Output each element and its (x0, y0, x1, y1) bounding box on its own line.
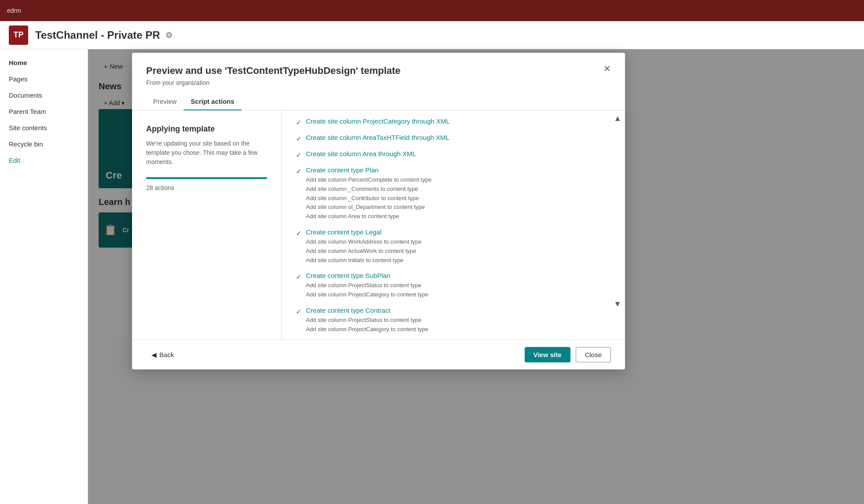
modal-footer: ◀ Back View site Close (132, 340, 625, 369)
main-content: + New News + Add ▾ Cre Learn h 📋 Cr (88, 49, 864, 504)
modal-subtitle: From your organization (146, 79, 611, 86)
applying-title: Applying template (146, 124, 267, 134)
sidebar-item-parent-team[interactable]: Parent Team (0, 103, 88, 120)
script-sub-text-4: Add site column WorkAddress to content t… (306, 237, 422, 265)
script-main-text-5: Create content type SubPlan (306, 272, 428, 279)
modal-header: Preview and use 'TestContentTypeHubDesig… (132, 53, 625, 93)
applying-description: We're updating your site based on the te… (146, 139, 267, 167)
sidebar-item-site-contents[interactable]: Site contents (0, 120, 88, 136)
script-main-text-3: Create content type Plan (306, 166, 431, 174)
check-icon-2: ✓ (296, 151, 301, 159)
check-icon-6: ✓ (296, 307, 301, 316)
top-bar-title: edrm (7, 7, 21, 14)
chevron-left-icon: ◀ (151, 351, 157, 359)
sidebar-item-documents[interactable]: Documents (0, 87, 88, 103)
site-logo: TP (9, 26, 28, 45)
modal-title: Preview and use 'TestContentTypeHubDesig… (146, 65, 611, 77)
site-header: TP TestChannel - Private PR ⚙ (0, 21, 864, 49)
script-item-5: ✓ Create content type SubPlan Add site c… (296, 272, 611, 299)
close-button[interactable]: Close (576, 347, 611, 362)
script-main-text-2: Create site column Area through XML (306, 150, 416, 157)
modal-body: Applying template We're updating your si… (132, 110, 625, 340)
script-main-text-4: Create content type Legal (306, 228, 422, 236)
script-item-6: ✓ Create content type Contract Add site … (296, 307, 611, 334)
view-site-button[interactable]: View site (525, 347, 570, 362)
scroll-down-button[interactable]: ▼ (614, 299, 621, 309)
applying-panel: Applying template We're updating your si… (132, 110, 282, 340)
script-actions-panel[interactable]: ▲ ✓ Create site column ProjectCategory t… (282, 110, 625, 340)
check-icon-5: ✓ (296, 273, 301, 281)
tab-preview[interactable]: Preview (146, 93, 184, 110)
script-main-text-1: Create site column AreaTaxHTField throug… (306, 134, 449, 141)
actions-count: 28 actions (146, 184, 267, 191)
check-icon-3: ✓ (296, 167, 301, 175)
progress-bar-container (146, 177, 267, 179)
settings-icon[interactable]: ⚙ (165, 30, 173, 40)
tab-script-actions[interactable]: Script actions (184, 93, 241, 110)
back-button[interactable]: ◀ Back (146, 347, 179, 362)
site-name: TestChannel - Private PR (35, 29, 160, 41)
sidebar-item-pages[interactable]: Pages (0, 71, 88, 87)
top-bar: edrm (0, 0, 864, 21)
script-item-0: ✓ Create site column ProjectCategory thr… (296, 117, 611, 127)
script-item-3: ✓ Create content type Plan Add site colu… (296, 166, 611, 221)
script-sub-text-3: Add site column PercentComplete to conte… (306, 175, 431, 221)
sidebar-item-home[interactable]: Home (0, 55, 88, 71)
sidebar-item-recycle-bin[interactable]: Recycle bin (0, 136, 88, 152)
modal-dialog: Preview and use 'TestContentTypeHubDesig… (132, 53, 625, 369)
script-item-2: ✓ Create site column Area through XML (296, 150, 611, 159)
check-icon-4: ✓ (296, 229, 301, 237)
script-main-text-6: Create content type Contract (306, 307, 428, 314)
sidebar: Home Pages Documents Parent Team Site co… (0, 49, 88, 504)
script-item-4: ✓ Create content type Legal Add site col… (296, 228, 611, 265)
check-icon-0: ✓ (296, 118, 301, 127)
check-icon-1: ✓ (296, 135, 301, 143)
scroll-up-button[interactable]: ▲ (614, 114, 621, 123)
modal-close-button[interactable]: ✕ (600, 62, 614, 76)
layout: Home Pages Documents Parent Team Site co… (0, 49, 864, 504)
modal-tabs: Preview Script actions (132, 93, 625, 110)
sidebar-item-edit[interactable]: Edit (0, 152, 88, 168)
script-sub-text-6: Add site column ProjectStatus to content… (306, 316, 428, 334)
progress-bar (146, 177, 267, 179)
footer-actions: View site Close (525, 347, 611, 362)
script-main-text-0: Create site column ProjectCategory throu… (306, 117, 450, 125)
script-item-1: ✓ Create site column AreaTaxHTField thro… (296, 134, 611, 143)
script-sub-text-5: Add site column ProjectStatus to content… (306, 281, 428, 299)
